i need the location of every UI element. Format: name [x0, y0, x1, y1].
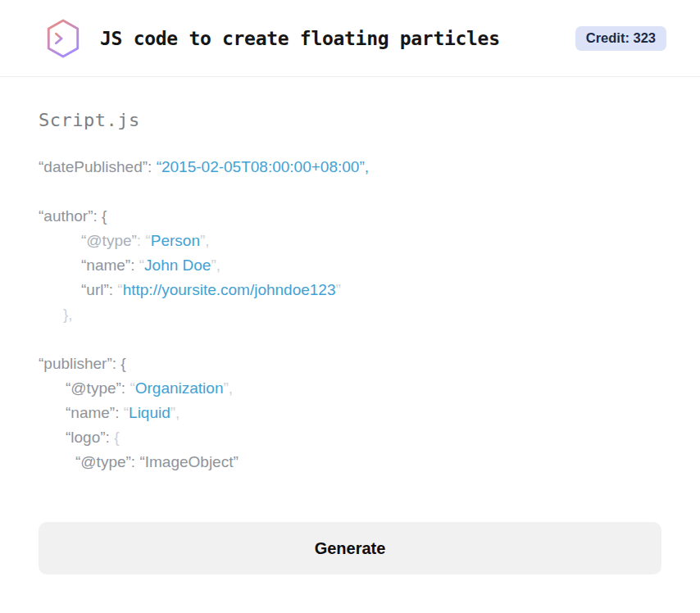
code-line: “author”: {: [39, 204, 661, 229]
code-token: John Doe: [144, 257, 211, 274]
app-window: JS code to create floating particles Cre…: [0, 0, 700, 574]
code-token: :: [121, 379, 130, 397]
code-line: “@type”: “Organization”,: [39, 376, 661, 401]
code-line: “@type”: “ImageObject”: [39, 450, 661, 475]
code-token: :: [148, 158, 157, 175]
code-line: “name”: “John Doe”,: [39, 253, 661, 278]
code-blank-line: [39, 179, 661, 204]
code-token: “@type”: [81, 232, 137, 249]
code-token: : {: [93, 207, 107, 225]
code-token: “@type”: [75, 453, 131, 470]
code-token: “ImageObject”: [139, 453, 238, 470]
code-token: :: [137, 232, 146, 249]
code-token: “author”: [39, 207, 93, 225]
code-token: “url”: [81, 281, 109, 298]
credit-badge: Credit: 323: [575, 26, 666, 51]
header: JS code to create floating particles Cre…: [0, 0, 700, 77]
code-block: “datePublished”: “2015-02-05T08:00:00+08…: [39, 155, 661, 475]
code-token: “publisher”: [39, 355, 112, 372]
code-token: ”: [336, 281, 341, 298]
code-token: “@type”: [66, 379, 121, 397]
code-line: “name”: “Liquid”,: [39, 401, 661, 425]
code-token: :: [106, 429, 115, 446]
code-token: : {: [112, 355, 126, 372]
page-title: JS code to create floating particles: [100, 28, 500, 49]
code-line: “url”: “http://yoursite.com/johndoe123”: [39, 278, 661, 302]
code-token: http://yoursite.com/johndoe123: [123, 281, 336, 298]
code-token: Organization: [135, 379, 224, 397]
code-token: “datePublished”: [39, 158, 148, 175]
code-token: :: [131, 453, 140, 470]
code-token: {: [114, 429, 119, 446]
code-line: },: [39, 302, 661, 327]
code-blank-line: [39, 327, 661, 352]
terminal-hexagon-icon: [44, 17, 82, 60]
code-token: “2015-02-05T08:00:00+08:00”,: [157, 158, 369, 175]
code-token: ”,: [223, 379, 233, 397]
code-token: Liquid: [129, 404, 170, 421]
code-token: :: [130, 257, 139, 274]
code-token: “logo”: [66, 429, 106, 446]
code-token: Person: [151, 232, 200, 249]
code-token: ”,: [200, 232, 210, 249]
code-token: :: [109, 281, 118, 298]
code-token: “name”: [81, 257, 130, 274]
main-content: Script.js “datePublished”: “2015-02-05T0…: [0, 110, 700, 574]
file-title: Script.js: [39, 110, 661, 130]
code-line: “logo”: {: [39, 425, 661, 450]
code-token: :: [115, 404, 124, 421]
code-token: ”,: [211, 257, 220, 274]
generate-button[interactable]: Generate: [39, 522, 661, 574]
code-token: “name”: [66, 404, 115, 421]
code-line: “@type”: “Person”,: [39, 229, 661, 253]
code-line: “publisher”: {: [39, 352, 661, 376]
code-line: “datePublished”: “2015-02-05T08:00:00+08…: [39, 155, 661, 179]
code-token: ”,: [170, 404, 180, 421]
code-token: },: [63, 306, 73, 323]
